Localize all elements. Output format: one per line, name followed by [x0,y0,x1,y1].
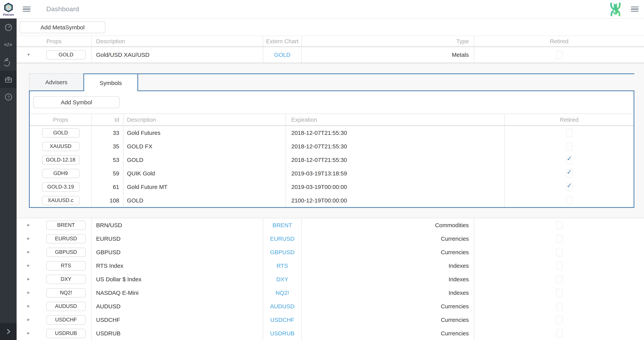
menu-toggle-button[interactable] [23,6,30,12]
symbol-props-chip[interactable]: XAUUSD.c [42,196,79,205]
symbol-description: Gold Future MT [123,180,286,194]
retired-checkbox[interactable] [556,221,562,229]
retired-checkbox[interactable] [556,329,562,337]
retired-checkbox[interactable] [556,51,562,59]
sidebar-item-dashboard[interactable] [0,19,16,36]
symbol-expiration: 2018-12-07T21:55:30 [286,126,504,139]
metasymbol-props-chip[interactable]: EURUSD [46,234,86,243]
extern-chart-link[interactable]: DXY [276,276,288,282]
tab-symbols[interactable]: Symbols [83,73,138,91]
retired-checkbox[interactable] [566,142,572,150]
symbols-table-header: Props Id Description Expiration Retired [30,114,634,126]
chevron-right-icon [4,328,12,335]
column-header-props: Props [16,36,92,46]
right-menu-button[interactable] [631,6,638,12]
metasymbol-description: BRN/USD [92,218,263,232]
extern-chart-link[interactable]: USDRUB [270,330,294,336]
symbol-props-chip[interactable]: GOLD-12.18 [42,155,79,164]
metasymbol-props-chip[interactable]: USDRUB [46,328,86,338]
row-expander[interactable]: ▶ [16,286,40,299]
metasymbol-row: ▶ BRENT BRN/USD BRENT Commodities [16,218,644,232]
retired-checkbox[interactable] [566,169,572,178]
metasymbols-table-header: Props Description Extern Chart Type Reti… [16,36,644,47]
metasymbol-description: GBPUSD [92,245,263,259]
metasymbol-type: Indexes [301,272,474,286]
extern-chart-link[interactable]: USDCHF [270,316,294,323]
symbol-props-chip[interactable]: GOLD [42,128,79,137]
add-metasymbol-button[interactable]: Add MetaSymbol [20,21,105,33]
metasymbols-table-body: ▶ BRENT BRN/USD BRENT Commodities ▶ EURU… [16,218,644,340]
metasymbol-props-chip[interactable]: BRENT [46,220,86,230]
extern-chart-link[interactable]: GOLD [274,52,290,58]
symbol-id: 33 [92,126,123,139]
retired-checkbox[interactable] [556,248,562,256]
sidebar-item-portfolio[interactable] [0,71,16,88]
retired-checkbox[interactable] [566,128,572,137]
row-expander[interactable]: ▶ [16,272,40,286]
extern-chart-link[interactable]: GBPUSD [270,249,294,255]
expand-triangle-icon: ▶ [27,318,30,321]
code-icon: </> [4,42,12,48]
row-expander[interactable]: ▶ [16,245,40,259]
gauge-icon [4,23,12,32]
sidebar-item-reports[interactable] [0,53,16,71]
metasymbol-row: ▶ RTS RTS Index RTS Indexes [16,259,644,272]
symbol-id: 108 [92,194,123,207]
row-expander[interactable]: ▶ [16,218,40,232]
metasymbol-props-chip[interactable]: USDCHF [46,315,86,324]
collapse-triangle-icon: ▼ [26,53,30,57]
metasymbol-props-chip[interactable]: DXY [46,274,86,284]
toolbar: Add MetaSymbol [16,19,644,36]
expand-triangle-icon: ▶ [27,250,30,254]
bug-icon[interactable] [608,2,622,17]
sidebar-expand-button[interactable] [0,323,16,340]
metasymbol-description: NASDAQ E-Mini [92,286,263,299]
retired-checkbox[interactable] [566,183,572,191]
question-circle-icon: ? [4,93,12,101]
row-expander[interactable]: ▶ [16,313,40,326]
row-expander[interactable]: ▶ [16,259,40,272]
extern-chart-link[interactable]: AUDUSD [270,303,294,309]
metasymbol-row: ▶ USDRUB USDRUB USDRUB Currencies [16,326,644,340]
retired-checkbox[interactable] [566,196,572,205]
metasymbol-row: ▶ AUDUSD AUDUSD AUDUSD Currencies [16,299,644,313]
tab-advisers[interactable]: Advisers [29,73,83,90]
row-expander[interactable]: ▶ [16,326,40,340]
extern-chart-link[interactable]: BRENT [272,222,292,228]
symbol-props-chip[interactable]: GDH9 [42,169,79,178]
metasymbol-props-chip[interactable]: AUDUSD [46,301,86,311]
extern-chart-link[interactable]: NQ2! [276,289,289,296]
symbol-id: 61 [92,180,123,194]
metasymbol-type: Indexes [301,286,474,299]
symbol-row: GOLD 33 Gold Futures 2018-12-07T21:55:30 [30,126,634,139]
metasymbol-props-chip[interactable]: RTS [46,261,86,270]
metasymbol-props-chip[interactable]: GBPUSD [46,247,86,257]
expand-triangle-icon: ▶ [27,264,30,267]
row-expander[interactable]: ▶ [16,232,40,245]
retired-checkbox[interactable] [556,302,562,310]
symbol-description: Gold Futures [123,126,286,139]
extern-chart-link[interactable]: RTS [276,262,288,269]
symbol-row: XAUUSD.c 108 GOLD 2100-12-19T00:00:00 [30,194,634,207]
metasymbol-type: Commodities [301,218,474,232]
retired-checkbox[interactable] [556,275,562,283]
metasymbol-props-chip[interactable]: NQ2! [46,288,86,297]
symbol-props-chip[interactable]: XAUUSD [42,142,79,151]
sidebar: </> ? [0,19,16,340]
add-symbol-button[interactable]: Add Symbol [33,96,120,108]
row-expander[interactable]: ▼ [16,47,40,63]
symbol-props-chip[interactable]: GOLD-3.19 [42,182,79,192]
metasymbol-description: US Dollar $ Index [92,272,263,286]
symbol-id: 53 [92,153,123,166]
sidebar-item-help[interactable]: ? [0,88,16,105]
retired-checkbox[interactable] [556,288,562,297]
retired-checkbox[interactable] [556,261,562,270]
retired-checkbox[interactable] [556,234,562,243]
metasymbol-props-chip[interactable]: GOLD [46,50,86,60]
sidebar-item-code[interactable]: </> [0,36,16,53]
fincore-logo: FinCore [0,2,16,16]
retired-checkbox[interactable] [566,155,572,164]
retired-checkbox[interactable] [556,315,562,324]
row-expander[interactable]: ▶ [16,299,40,313]
extern-chart-link[interactable]: EURUSD [270,235,294,242]
